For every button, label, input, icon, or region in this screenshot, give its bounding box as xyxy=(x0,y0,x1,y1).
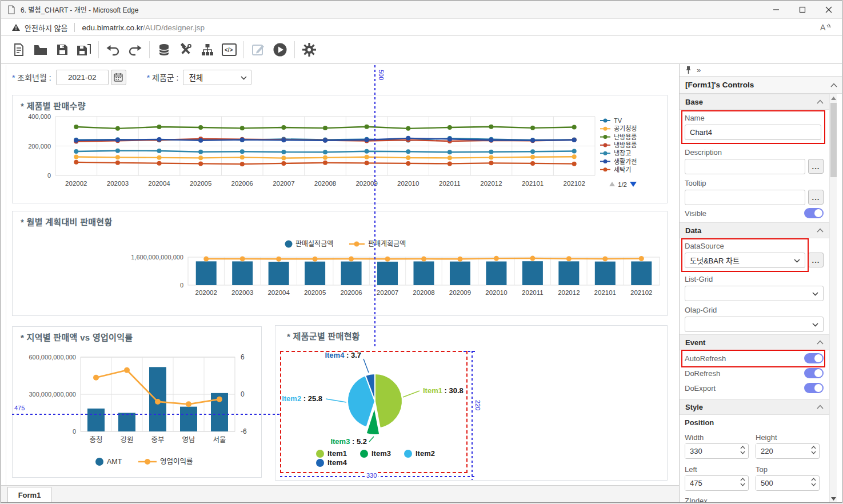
top-input[interactable] xyxy=(756,476,806,490)
svg-text:1/2: 1/2 xyxy=(618,181,627,188)
visible-label: Visible xyxy=(685,209,706,218)
tab-form1[interactable]: Form1 xyxy=(7,487,51,503)
chevron-up-icon xyxy=(817,340,824,345)
panel-header[interactable]: [Form1]'s Controls xyxy=(680,77,842,94)
undo-icon[interactable] xyxy=(102,39,124,61)
svg-text:충청: 충청 xyxy=(89,436,102,444)
toolbar-separator xyxy=(243,41,244,58)
section-base-label: Base xyxy=(685,98,703,106)
url-field[interactable]: edu.bimatrix.co.kr/AUD/designer.jsp xyxy=(82,23,205,32)
description-input[interactable] xyxy=(685,159,805,174)
width-input[interactable] xyxy=(685,444,736,458)
svg-text:202101: 202101 xyxy=(522,180,544,187)
read-aloud-icon[interactable]: A xyxy=(819,22,832,35)
selection-rectangle[interactable] xyxy=(280,351,468,473)
chart-product-sales-qty[interactable]: * 제품별 판매수량 0200,000400,00020200220200320… xyxy=(12,95,668,203)
listgrid-label: List-Grid xyxy=(685,275,713,283)
guide-line-vertical xyxy=(374,65,375,348)
svg-text:202005: 202005 xyxy=(304,289,326,296)
width-stepper[interactable] xyxy=(685,443,749,459)
panel-scrollbar[interactable] xyxy=(829,94,837,503)
product-select[interactable]: 전체 xyxy=(183,70,251,85)
left-input[interactable] xyxy=(685,476,736,490)
svg-text:0: 0 xyxy=(47,172,51,179)
section-data[interactable]: Data xyxy=(680,222,829,238)
olapgrid-select[interactable] xyxy=(685,317,824,332)
svg-text:공기청정: 공기청정 xyxy=(614,125,637,132)
edit-icon[interactable] xyxy=(247,39,269,61)
designer-canvas[interactable]: * 조회년월 : * 제품군 : 전체 * 제품별 판매수량 0200,00 xyxy=(6,65,679,485)
divider xyxy=(74,23,75,32)
left-stepper[interactable] xyxy=(685,475,749,491)
url-path: /AUD/designer.jsp xyxy=(143,23,205,32)
chevron-up-icon xyxy=(830,83,837,87)
calendar-button[interactable] xyxy=(111,70,126,85)
toolbar-separator xyxy=(98,41,99,58)
datasource-select[interactable]: 도넛&BAR 차트 xyxy=(685,253,805,268)
svg-text:세탁기: 세탁기 xyxy=(614,166,631,173)
dorefresh-toggle[interactable] xyxy=(804,368,824,378)
panel-minibar: » xyxy=(680,64,842,77)
tooltip-input[interactable] xyxy=(685,190,805,205)
new-document-icon[interactable] xyxy=(8,39,30,61)
svg-text:A: A xyxy=(820,23,826,32)
height-input[interactable] xyxy=(756,444,806,458)
svg-text:202002: 202002 xyxy=(65,180,87,187)
tooltip-more-button[interactable]: ... xyxy=(808,190,824,205)
visible-toggle[interactable] xyxy=(804,208,824,218)
chevron-down-icon xyxy=(241,76,247,80)
toolbar-separator xyxy=(149,41,150,58)
date-input[interactable] xyxy=(56,70,109,85)
section-base[interactable]: Base xyxy=(680,94,829,110)
name-label: Name xyxy=(685,114,705,122)
save-icon[interactable] xyxy=(51,39,73,61)
warning-icon xyxy=(11,23,21,31)
edge-window: 6. 별첨_CHART - 개인 - Microsoft Edge 안전하지 않… xyxy=(1,0,842,503)
database-icon[interactable] xyxy=(153,39,175,61)
width-label: Width xyxy=(685,433,704,442)
product-filter-label: * 제품군 : xyxy=(147,71,179,83)
autorefresh-toggle[interactable] xyxy=(804,353,824,363)
save-all-icon[interactable] xyxy=(73,39,95,61)
section-data-label: Data xyxy=(685,226,701,235)
open-folder-icon[interactable] xyxy=(30,39,51,61)
minimize-button[interactable] xyxy=(763,1,789,19)
tools-icon[interactable] xyxy=(175,39,197,61)
chevron-up-icon xyxy=(817,99,824,104)
scrollbar-thumb[interactable] xyxy=(830,103,837,177)
section-event[interactable]: Event xyxy=(680,334,829,350)
top-stepper[interactable] xyxy=(756,475,820,491)
settings-icon[interactable] xyxy=(298,39,320,61)
maximize-button[interactable] xyxy=(789,1,816,19)
pin-icon[interactable] xyxy=(685,66,692,74)
svg-text:202006: 202006 xyxy=(231,180,253,187)
listgrid-select[interactable] xyxy=(685,286,824,301)
collapse-panel-icon[interactable]: » xyxy=(697,66,701,74)
zindex-label: ZIndex xyxy=(685,497,708,503)
window-title: 6. 별첨_CHART - 개인 - Microsoft Edge xyxy=(21,5,138,14)
datasource-more-button[interactable]: ... xyxy=(808,253,824,267)
doexport-toggle[interactable] xyxy=(804,383,824,393)
height-stepper[interactable] xyxy=(756,443,820,459)
close-button[interactable] xyxy=(816,1,842,19)
chevron-down-icon xyxy=(812,323,818,327)
tooltip-label: Tooltip xyxy=(685,179,706,187)
bar-line-chart: 판매실적금액판매계획금액01,600,000,000,0002020022020… xyxy=(15,225,666,314)
security-indicator[interactable]: 안전하지 않음 xyxy=(11,22,67,33)
hierarchy-icon[interactable] xyxy=(197,39,218,61)
name-input[interactable] xyxy=(685,125,821,140)
scroll-up-icon[interactable] xyxy=(830,94,837,102)
svg-text:202003: 202003 xyxy=(107,180,129,187)
svg-text:영업이익률: 영업이익률 xyxy=(160,458,193,466)
chart-monthly-plan-vs-actual[interactable]: * 월별 계획대비 판매현황 판매실적금액판매계획금액01,600,000,00… xyxy=(12,211,668,316)
redo-icon[interactable] xyxy=(124,39,146,61)
svg-text:서울: 서울 xyxy=(213,436,226,444)
svg-text:0: 0 xyxy=(241,390,245,398)
svg-text:생활가전: 생활가전 xyxy=(614,158,637,165)
scroll-down-icon[interactable] xyxy=(830,495,837,503)
code-icon[interactable]: </> xyxy=(218,39,240,61)
description-more-button[interactable]: ... xyxy=(808,159,824,174)
chart-region-sales-vs-profit[interactable]: * 지역별 판매액 vs 영업이익률 0300,000,000,000600,0… xyxy=(12,326,262,478)
section-style[interactable]: Style xyxy=(680,399,829,415)
run-icon[interactable] xyxy=(269,39,291,61)
